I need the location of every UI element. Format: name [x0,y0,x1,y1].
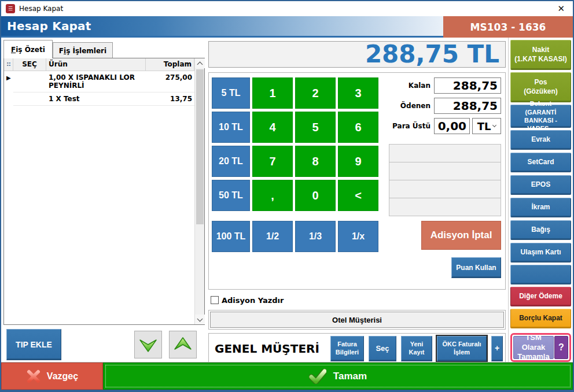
denom-10tl-button[interactable]: 10 TL [212,112,250,143]
move-up-button[interactable] [169,331,197,358]
column-header-urun[interactable]: Ürün [46,58,146,71]
amount-value: 288,75 TL [365,42,499,66]
header-banner: Hesap Kapat [1,16,443,38]
key-comma[interactable]: , [252,180,293,211]
row-sec-cell[interactable] [13,93,46,106]
okc-faturali-islem-button[interactable]: ÖKC Faturalı İşlem [437,336,487,361]
scroll-down-icon[interactable] [195,315,205,324]
ikram-button[interactable]: İkram [510,198,571,217]
payment-lines-list [389,144,501,216]
nakit-button[interactable]: Nakit (1.KAT KASASI) [510,40,571,70]
grip-icon: :: [4,58,13,71]
key-1[interactable]: 1 [252,77,293,109]
scroll-up-icon[interactable] [195,58,205,68]
column-header-sec[interactable]: SEÇ [13,58,46,71]
denom-20tl-button[interactable]: 20 TL [212,146,250,177]
currency-select[interactable]: TL [472,118,501,134]
dekont-button[interactable]: Dekont (GARANTİ BANKASI - VADES... [510,105,571,128]
ulasim-karti-button[interactable]: Ulaşım Kartı [510,243,571,262]
key-5[interactable]: 5 [295,112,336,143]
blank-method-button[interactable] [510,265,571,284]
para-ustu-label: Para Üstü [389,122,434,130]
otel-musterisi-button[interactable]: Otel Müşterisi [210,312,504,328]
adisyon-yazdir-row: Adisyon Yazdır [211,294,506,306]
puan-kullan-button[interactable]: Puan Kullan [451,257,501,278]
chevron-down-icon [492,123,496,127]
diger-odeme-button[interactable]: Diğer Ödeme [510,287,571,306]
adisyon-iptal-button[interactable]: Adisyon İptal [421,221,501,250]
tab-fis-islemleri[interactable]: Fiş İşlemleri [53,42,113,58]
kalan-field[interactable]: 288,75 [434,77,501,94]
customer-name: GENEL MÜŞTERİ [215,342,326,356]
key-8[interactable]: 8 [295,146,336,177]
page-title: Hesap Kapat [7,19,91,33]
arrow-up-icon [174,336,192,353]
row-sec-cell[interactable] [13,71,46,93]
move-down-button[interactable] [134,331,162,358]
key-0[interactable]: 0 [295,180,336,211]
footer-bar: Vazgeç Tamam [1,362,573,390]
titlebar: ☰ Hesap Kapat ✕ [1,1,573,16]
otel-musterisi-group: Otel Müşterisi [208,310,506,330]
column-header-toplam[interactable]: Toplam [146,58,194,71]
payment-group: 5 TL 1 2 3 10 TL 4 5 6 20 TL 7 8 [208,72,506,290]
table-scrollbar[interactable] [194,58,204,324]
odenen-field[interactable]: 288,75 [434,98,501,114]
row-product[interactable]: 1 X Test [46,93,146,106]
denom-5tl-button[interactable]: 5 TL [212,77,250,109]
vazgec-button[interactable]: Vazgeç [1,363,103,390]
key-4[interactable]: 4 [252,112,293,143]
key-7[interactable]: 7 [252,146,293,177]
bagis-button[interactable]: Bağış [510,220,571,240]
scroll-thumb[interactable] [196,69,204,224]
payment-line[interactable] [389,180,501,198]
header: Hesap Kapat MS103 - 1636 [1,16,573,38]
pos-button[interactable]: Pos (Gözüken) [510,72,571,102]
key-9[interactable]: 9 [338,146,378,177]
key-backspace[interactable]: < [338,180,378,211]
payment-line[interactable] [389,162,501,180]
key-half[interactable]: 1/2 [252,221,293,252]
denom-100tl-button[interactable]: 100 TL [212,221,250,252]
receipt-grid: :: SEÇ Ürün Toplam ▶ 1,00 X ISPANAKLI LO… [4,58,194,324]
tsm-help-button[interactable]: ? [554,336,568,359]
row-marker-icon [4,93,13,106]
tip-ekle-button[interactable]: TIP EKLE [6,329,61,360]
borclu-kapat-button[interactable]: Borçlu Kapat [510,309,571,328]
tamam-button[interactable]: Tamam [103,363,573,390]
payment-line[interactable] [389,145,501,162]
key-6[interactable]: 6 [338,112,378,143]
kalan-label: Kalan [389,82,434,90]
setcard-button[interactable]: SetCard [510,153,571,172]
close-icon[interactable]: ✕ [554,3,568,14]
check-icon [309,369,326,384]
receipt-tabs: Fiş Özeti Fiş İşlemleri [3,40,205,58]
key-fraction-x[interactable]: 1/x [338,221,378,252]
tab-fis-ozeti[interactable]: Fiş Özeti [3,40,53,58]
payment-methods-sidebar: Nakit (1.KAT KASASI) Pos (Gözüken) Dekon… [508,38,573,362]
adisyon-yazdir-label: Adisyon Yazdır [222,296,284,305]
yeni-kayit-button[interactable]: Yeni Kayıt [401,336,432,361]
add-customer-button[interactable]: + [491,336,503,361]
row-marker-icon: ▶ [4,71,13,93]
station-badge: MS103 - 1636 [443,16,573,38]
evrak-button[interactable]: Evrak [510,130,571,150]
fatura-bilgileri-button[interactable]: Fatura Bilgileri [330,336,364,361]
denom-50tl-button[interactable]: 50 TL [212,180,250,211]
receipt-panel: Fiş Özeti Fiş İşlemleri :: SEÇ Ürün Topl… [1,38,206,362]
row-total: 13,75 [146,93,194,106]
cancel-x-icon [26,369,41,384]
sec-button[interactable]: Seç [369,336,396,361]
customer-section: GENEL MÜŞTERİ Fatura Bilgileri Seç Yeni … [208,333,506,364]
adisyon-yazdir-checkbox[interactable] [211,296,219,304]
key-3[interactable]: 3 [338,77,378,109]
tsm-highlight-frame: TSM Olarak Tamamla ? [510,333,571,362]
key-third[interactable]: 1/3 [295,221,336,252]
receipt-actions: TIP EKLE [3,328,205,361]
epos-button[interactable]: EPOS [510,175,571,195]
tsm-tamamla-button[interactable]: TSM Olarak Tamamla [513,336,554,359]
row-product[interactable]: 1,00 X ISPANAKLI LOR PEYNİRLİ [46,71,146,93]
key-2[interactable]: 2 [295,77,336,109]
para-ustu-field[interactable]: 0,00 [434,118,470,134]
payment-line[interactable] [389,198,501,216]
